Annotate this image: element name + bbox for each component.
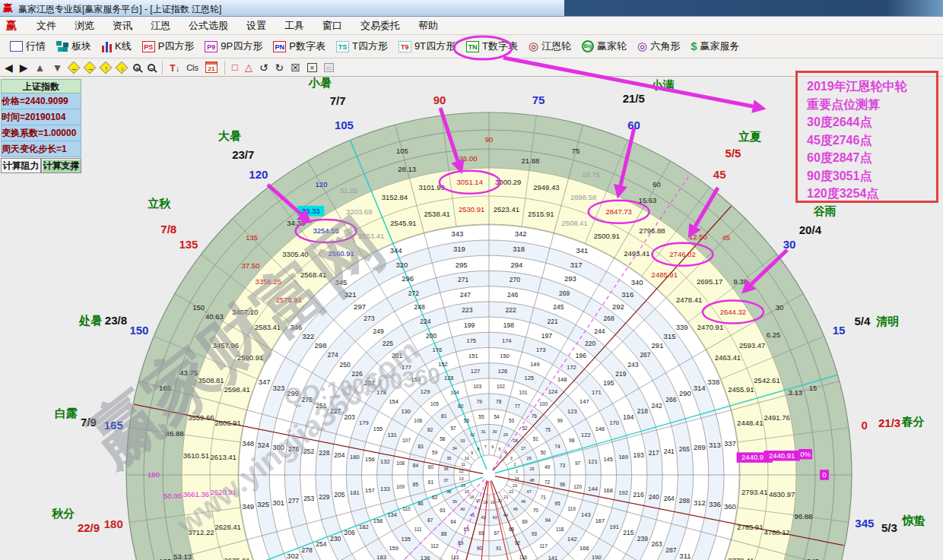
menu-file[interactable]: 文件 [27, 17, 65, 35]
svg-text:2778.41: 2778.41 [728, 556, 754, 560]
p9-square-button[interactable]: P9 9P四方形 [199, 36, 268, 56]
step-row: 周天变化步长=1 [1, 141, 81, 157]
svg-text:74: 74 [554, 444, 560, 449]
svg-text:135: 135 [246, 233, 258, 242]
winner-wheel-button[interactable]: Big 赢家轮 [576, 36, 632, 56]
svg-text:13: 13 [459, 476, 463, 481]
zoom-in-button[interactable]: + [133, 64, 141, 71]
menu-trade[interactable]: 交易委托 [351, 17, 409, 35]
menu-help[interactable]: 帮助 [409, 17, 447, 35]
svg-text:156: 156 [365, 456, 375, 463]
menu-bar: 赢 文件 浏览 资讯 江恩 公式选股 设置 工具 窗口 交易委托 帮助 [0, 17, 943, 35]
svg-text:150: 150 [500, 353, 510, 359]
svg-text:342: 342 [515, 229, 527, 238]
svg-text:12.50: 12.50 [689, 233, 707, 241]
svg-text:173: 173 [536, 346, 546, 353]
p-number-table-button[interactable]: PN P数字表 [268, 36, 331, 56]
svg-text:341: 341 [576, 246, 588, 255]
rotate-down-button[interactable]: ▼ [52, 60, 62, 75]
svg-text:128: 128 [444, 375, 454, 381]
svg-text:273: 273 [364, 315, 374, 322]
svg-text:250: 250 [339, 361, 350, 369]
shift-left-button[interactable]: ← [68, 61, 81, 74]
svg-text:1: 1 [516, 469, 518, 473]
triangle-tool-button[interactable]: △ [245, 60, 252, 75]
p9-icon: P9 [205, 41, 217, 52]
t-square-button[interactable]: TS T四方形 [331, 36, 393, 56]
svg-text:126: 126 [498, 368, 508, 375]
menu-browse[interactable]: 浏览 [65, 17, 103, 35]
winner-service-button[interactable]: 赢家服务 [685, 36, 745, 56]
kline-button[interactable]: K线 [97, 36, 137, 56]
svg-text:32: 32 [470, 432, 475, 437]
t-sort-button[interactable]: T↓ [170, 61, 179, 74]
svg-text:292: 292 [612, 302, 624, 311]
svg-text:3305.40: 3305.40 [282, 250, 308, 258]
svg-text:116: 116 [519, 555, 528, 560]
svg-text:36: 36 [443, 467, 448, 471]
calc-resistance-button[interactable]: 计算阻力 [1, 158, 41, 173]
svg-text:83: 83 [418, 444, 424, 449]
svg-text:46: 46 [521, 499, 525, 504]
step-back-button[interactable]: ◀ [5, 60, 13, 75]
svg-text:33: 33 [460, 438, 465, 443]
svg-text:98: 98 [569, 438, 575, 443]
svg-text:2500.91: 2500.91 [594, 232, 620, 240]
shift-up-button[interactable]: ↑ [100, 61, 113, 74]
menu-settings[interactable]: 设置 [237, 17, 275, 35]
calc-support-button[interactable]: 计算支撑 [41, 158, 81, 173]
calendar-button[interactable]: 21 [205, 62, 217, 73]
fit-screen-button[interactable]: ✕ [307, 63, 317, 72]
svg-text:215: 215 [623, 529, 633, 536]
quotes-button[interactable]: 行情 [5, 36, 51, 56]
shift-down-button[interactable]: ↓ [116, 61, 129, 74]
menu-formula-stock-pick[interactable]: 公式选股 [179, 17, 237, 35]
svg-text:269: 269 [559, 289, 570, 297]
rotate-cw-button[interactable]: ↻ [275, 60, 284, 75]
square-tool-button[interactable]: □ [232, 60, 238, 75]
svg-text:150: 150 [192, 303, 205, 312]
svg-text:69: 69 [522, 519, 528, 524]
svg-text:117: 117 [539, 543, 548, 549]
p-square-button[interactable]: PS P四方形 [137, 36, 200, 56]
svg-text:180: 180 [104, 517, 123, 530]
zoom-out-button[interactable]: − [148, 64, 155, 71]
step-forward-button[interactable]: ▶ [20, 60, 28, 75]
svg-text:53: 53 [509, 418, 515, 423]
menu-news[interactable]: 资讯 [103, 17, 141, 35]
svg-text:320: 320 [395, 261, 408, 269]
t-number-table-button[interactable]: TN T数字表 [461, 36, 523, 56]
svg-text:300: 300 [272, 443, 284, 451]
svg-text:18.75: 18.75 [582, 170, 600, 179]
menu-window[interactable]: 窗口 [313, 17, 351, 35]
svg-text:26: 26 [527, 456, 532, 460]
svg-text:165: 165 [159, 384, 171, 392]
svg-text:2491.76: 2491.76 [764, 413, 789, 422]
delete-box-button[interactable]: ☒ [291, 60, 300, 75]
hexagon-button[interactable]: 六角形 [632, 36, 685, 56]
svg-text:立秋: 立秋 [147, 197, 171, 210]
svg-text:2440.91: 2440.91 [769, 451, 795, 460]
svg-text:30: 30 [776, 303, 784, 312]
sectors-button[interactable]: 板块 [51, 36, 97, 56]
t9-square-button[interactable]: T9 9T四方形 [393, 36, 461, 56]
svg-text:28.13: 28.13 [398, 165, 416, 173]
t9-icon: T9 [398, 41, 411, 52]
svg-text:322: 322 [303, 332, 315, 340]
rotate-ccw-button[interactable]: ↺ [259, 60, 268, 75]
svg-text:73: 73 [560, 463, 566, 468]
svg-text:155: 155 [373, 426, 383, 432]
cls-button[interactable]: Cls [186, 63, 198, 72]
svg-text:3152.84: 3152.84 [382, 193, 408, 201]
svg-text:297: 297 [354, 302, 366, 311]
rotate-up-button[interactable]: ▲ [35, 60, 46, 75]
svg-text:337: 337 [724, 439, 736, 448]
svg-text:15.63: 15.63 [639, 196, 657, 204]
gann-wheel-button[interactable]: 江恩轮 [523, 36, 576, 56]
menu-tools[interactable]: 工具 [275, 17, 313, 35]
shift-right-button[interactable]: → [84, 61, 97, 74]
svg-text:87: 87 [427, 517, 433, 523]
svg-text:2598.41: 2598.41 [224, 385, 249, 394]
menu-gann[interactable]: 江恩 [141, 17, 179, 35]
svg-text:135: 135 [401, 536, 411, 543]
